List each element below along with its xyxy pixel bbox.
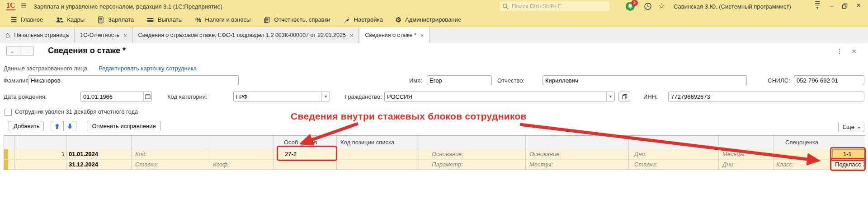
podklass-value-cell[interactable]: Подкласс 3... <box>832 160 865 170</box>
row-number-cell[interactable] <box>15 160 67 170</box>
firstname-input[interactable] <box>427 77 491 84</box>
parametr-label-cell[interactable]: Параметр: <box>419 160 526 170</box>
empty-cell[interactable] <box>274 160 337 170</box>
window-menu-icon: ☰ <box>811 1 823 6</box>
lastname-field[interactable] <box>28 75 239 85</box>
window-menu-button[interactable]: ☰ ▾ <box>811 1 823 10</box>
menu-item-nastroyka[interactable]: Настройка <box>337 13 389 27</box>
birthdate-input[interactable] <box>81 93 143 100</box>
search-input[interactable] <box>511 2 603 10</box>
tab-label: Начальная страница <box>14 32 69 38</box>
empty-cell[interactable] <box>209 149 274 159</box>
header-num[interactable] <box>15 136 67 149</box>
undo-corrections-button[interactable]: Отменить исправления <box>87 121 161 131</box>
empty-cell[interactable] <box>337 160 419 170</box>
open-citizenship-icon[interactable] <box>618 92 630 101</box>
move-up-button[interactable] <box>51 121 64 131</box>
specocenka-value-cell[interactable]: 1-1 <box>832 149 865 159</box>
snils-field[interactable] <box>794 75 864 85</box>
add-button[interactable]: Добавить <box>9 121 44 131</box>
chevron-down-icon[interactable]: ▾ <box>606 92 614 101</box>
history-icon[interactable] <box>644 2 652 12</box>
row-marker[interactable] <box>4 160 15 170</box>
inn-field[interactable] <box>668 92 864 101</box>
favorites-star-icon[interactable]: ☆ <box>658 1 665 11</box>
edit-employee-card-link[interactable]: Редактировать карточку сотрудника <box>99 65 197 72</box>
kod-label-cell[interactable]: Код: <box>132 149 209 159</box>
calendar-icon[interactable] <box>143 92 151 101</box>
menu-item-nalogi[interactable]: % Налоги и взносы <box>189 13 257 27</box>
stavka-label-cell[interactable]: Ставка: <box>132 160 209 170</box>
tab-1c-otchetnost[interactable]: 1С-Отчетность × <box>75 27 132 43</box>
date-end-cell[interactable]: 31.12.2024 <box>67 160 132 170</box>
header-c10[interactable] <box>719 136 774 149</box>
mesyacy-label-cell[interactable]: Месяцы: <box>526 160 629 170</box>
stavka2-label-cell[interactable]: Ставка: <box>629 160 719 170</box>
dismissed-checkbox[interactable] <box>5 109 12 116</box>
date-start-cell[interactable]: 01.01.2024 <box>67 149 132 159</box>
osnovanie-label-cell[interactable]: Основание: <box>419 149 526 159</box>
forward-button[interactable]: → <box>20 46 34 56</box>
koef-label-cell[interactable]: Коэф.: <box>209 160 274 170</box>
menu-bar: ☰ Главное Кадры Зарплата Выплаты % Налог… <box>0 13 868 27</box>
header-c3[interactable] <box>132 136 209 149</box>
citizenship-input[interactable] <box>385 93 606 100</box>
middlename-field[interactable] <box>542 75 747 85</box>
close-window-button[interactable]: × <box>856 1 861 10</box>
move-down-button[interactable] <box>63 121 76 131</box>
dni-label-cell[interactable]: Дни: <box>629 149 719 159</box>
back-button[interactable]: ← <box>6 46 20 56</box>
more-button[interactable]: Еще ▾ <box>838 122 864 132</box>
category-field[interactable]: ▾ <box>233 92 330 101</box>
mesyacy-label-cell[interactable]: Месяцы: <box>719 149 774 159</box>
header-osob-usloviya[interactable]: Особ. услов <box>274 136 337 149</box>
klass-label-cell[interactable]: Класс: <box>774 160 832 170</box>
header-c4[interactable] <box>209 136 274 149</box>
close-tab-icon[interactable]: × <box>420 32 424 39</box>
snils-input[interactable] <box>794 77 864 84</box>
row-number-cell[interactable]: 1 <box>15 149 67 159</box>
header-c7[interactable] <box>419 136 526 149</box>
menu-item-kadry[interactable]: Кадры <box>49 13 91 27</box>
row-marker[interactable] <box>4 149 15 159</box>
header-period[interactable] <box>67 136 132 149</box>
header-c9[interactable] <box>629 136 719 149</box>
tab-svedeniya-o-stazhe[interactable]: Сведения о стаже * × <box>359 27 429 43</box>
close-tab-icon[interactable]: × <box>123 32 127 39</box>
citizenship-field[interactable]: ▾ <box>384 92 615 101</box>
header-specocenka[interactable]: Спецоценка <box>774 136 865 149</box>
global-search[interactable] <box>500 1 609 11</box>
table-header-row: Особ. услов Код позиции списка Спецоценк… <box>4 136 865 149</box>
restore-button[interactable] <box>842 3 848 10</box>
firstname-field[interactable] <box>427 75 492 85</box>
notification-badge: 2 <box>631 0 638 6</box>
kod-pozicii-value-cell[interactable] <box>337 149 419 159</box>
osob-usloviya-value-cell[interactable]: 27-2 <box>274 149 337 159</box>
header-c8[interactable] <box>526 136 629 149</box>
table-row: 1 01.01.2024 Код: 27-2 Основание: Основа… <box>4 149 865 160</box>
dni-label-cell[interactable]: Дни: <box>719 160 774 170</box>
more-menu-icon[interactable]: ⋮ <box>836 48 843 55</box>
close-form-icon[interactable]: × <box>852 47 856 56</box>
menu-item-vyplaty[interactable]: Выплаты <box>140 13 189 27</box>
lastname-input[interactable] <box>28 77 238 84</box>
current-user[interactable]: Савинская З.Ю. (Системный программист) <box>674 3 791 10</box>
menu-item-zarplata[interactable]: Зарплата <box>91 13 140 27</box>
category-input[interactable] <box>234 93 321 100</box>
menu-item-glavnoe[interactable]: ☰ Главное <box>5 13 49 27</box>
menu-item-otchetnost[interactable]: Отчетность, справки <box>257 13 336 27</box>
minimize-button[interactable]: – <box>830 2 834 9</box>
empty-cell[interactable] <box>774 149 832 159</box>
menu-item-administrirovanie[interactable]: ⚙ Администрирование <box>389 13 467 27</box>
header-kod-pozicii[interactable]: Код позиции списка <box>337 136 419 149</box>
main-menu-icon[interactable]: ☰ <box>21 2 27 9</box>
birthdate-field[interactable] <box>80 92 152 101</box>
inn-input[interactable] <box>669 93 864 100</box>
notifications-button[interactable]: 2 <box>625 1 637 12</box>
close-tab-icon[interactable]: × <box>350 32 354 39</box>
chevron-down-icon[interactable]: ▾ <box>321 92 330 101</box>
middlename-input[interactable] <box>543 77 746 84</box>
tab-home[interactable]: ⌂ Начальная страница <box>0 27 75 43</box>
osnovanie2-label-cell[interactable]: Основание: <box>526 149 629 159</box>
tab-efs1-podrazdel[interactable]: Сведения о страховом стаже, ЕФС-1 подраз… <box>133 27 359 43</box>
